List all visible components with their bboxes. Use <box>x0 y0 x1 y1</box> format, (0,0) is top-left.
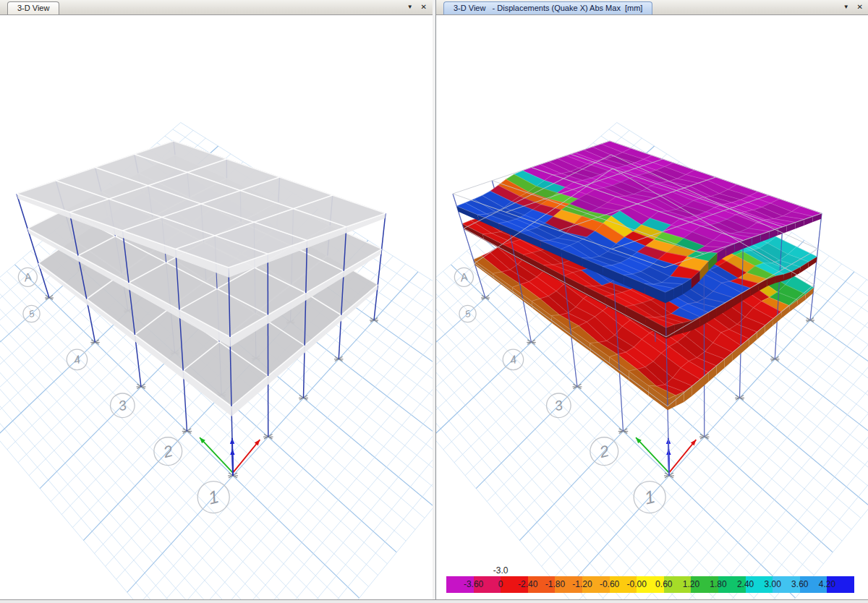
grid-bubble: 3 <box>111 393 135 418</box>
window-menu-icon[interactable]: ▼ <box>843 1 849 13</box>
svg-text:4: 4 <box>72 353 82 367</box>
building-model <box>17 141 386 476</box>
model-3d-viewport[interactable]: 12345A <box>0 14 433 599</box>
legend-value-label: 1.20 <box>683 579 699 589</box>
svg-text:1: 1 <box>642 486 657 508</box>
left-view-panel: 3-D View ▼ ✕ 12345A <box>0 0 433 599</box>
grid-bubble: A <box>18 268 37 286</box>
grid-bubble: A <box>454 268 473 286</box>
grid-bubble: 1 <box>197 482 229 513</box>
legend-value-label: -2.40 <box>518 579 537 589</box>
tab-3d-view[interactable]: 3-D View <box>7 1 59 14</box>
window-bottom-edge <box>0 599 868 603</box>
legend-value-label: -1.80 <box>545 579 565 589</box>
legend-overflow-label: -3.0 <box>493 565 509 576</box>
grid-bubble: 4 <box>67 349 87 369</box>
svg-text:4: 4 <box>509 353 518 367</box>
legend-value-label: 1.80 <box>710 579 726 589</box>
legend-value-label: 3.60 <box>791 579 808 589</box>
svg-text:2: 2 <box>597 442 610 461</box>
svg-text:A: A <box>22 270 33 284</box>
grid-bubble: 2 <box>154 437 182 466</box>
displacement-scene: 12345A <box>436 122 868 599</box>
legend-value-label: 2.40 <box>737 579 754 589</box>
panel-divider[interactable] <box>433 0 435 599</box>
grid-bubble: 5 <box>459 305 476 322</box>
legend-value-label: 0 <box>498 579 503 589</box>
right-view-panel: 3-D View - Displacements (Quake X) Abs M… <box>435 0 868 599</box>
grid-bubble: 5 <box>23 305 40 322</box>
svg-text:3: 3 <box>117 397 129 414</box>
grid-bubble: 1 <box>634 482 665 513</box>
left-title-bar: 3-D View ▼ ✕ <box>0 0 433 15</box>
grid-bubble: 4 <box>503 349 523 369</box>
tab-3d-view-displacements[interactable]: 3-D View - Displacements (Quake X) Abs M… <box>443 1 652 14</box>
svg-text:2: 2 <box>161 442 174 461</box>
legend-value-label: -0.00 <box>627 579 647 589</box>
svg-text:1: 1 <box>206 486 221 508</box>
grid-bubble: 2 <box>590 437 618 466</box>
window-menu-icon[interactable]: ▼ <box>407 1 413 13</box>
displacement-3d-viewport[interactable]: 12345A <box>436 14 868 599</box>
svg-text:3: 3 <box>553 397 565 414</box>
legend-value-label: -3.60 <box>464 579 483 589</box>
legend-value-label: 4.20 <box>819 579 835 589</box>
close-icon[interactable]: ✕ <box>421 1 427 13</box>
legend-value-label: -0.60 <box>600 579 619 589</box>
legend-value-label: 3.00 <box>765 579 781 589</box>
grid-bubble: 3 <box>547 393 571 418</box>
plain-model-scene: 12345A <box>0 122 433 599</box>
contour-legend: -3.600-2.40-1.80-1.20-0.60-0.000.601.201… <box>446 576 854 593</box>
svg-text:A: A <box>458 270 469 284</box>
right-title-bar: 3-D View - Displacements (Quake X) Abs M… <box>436 0 868 15</box>
legend-value-label: 0.60 <box>655 579 672 589</box>
legend-value-label: -1.20 <box>572 579 592 589</box>
close-icon[interactable]: ✕ <box>857 1 863 13</box>
